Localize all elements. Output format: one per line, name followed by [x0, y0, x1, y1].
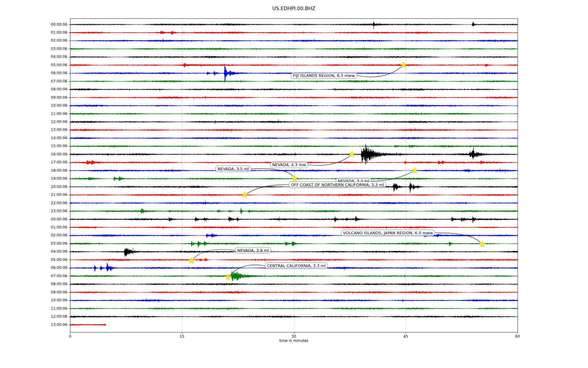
hour-label: 20:00:06	[0, 184, 67, 190]
hour-label: 15:00:06	[0, 144, 67, 149]
hour-label: 12:00:06	[0, 314, 67, 319]
hour-label: 17:00:06	[0, 160, 67, 165]
x-axis-label: time in minutes	[70, 339, 518, 343]
x-tick-label: 60	[508, 334, 527, 339]
x-tick-label: 30	[285, 334, 303, 339]
event-annotation-box: NEVADA, 4.3 mw	[270, 162, 308, 168]
hour-label: 00:00:06	[0, 217, 67, 222]
hour-label: 09:00:06	[0, 290, 67, 295]
hour-label: 21:00:06	[0, 192, 67, 197]
event-annotation-box: OFF COAST OF NORTHERN CALIFORNIA, 3.3 ml	[289, 182, 386, 188]
hour-label: 07:00:06	[0, 274, 67, 279]
hour-label: 14:00:06	[0, 136, 67, 141]
hour-label: 05:00:06	[0, 63, 67, 68]
hour-label: 13:00:06	[0, 127, 67, 132]
hour-label: 12:00:06	[0, 119, 67, 125]
hour-label: 23:00:06	[0, 209, 67, 214]
helicorder-figure: US.EDHPI.00.BHZ 00:00:0601:00:0602:00:06…	[0, 0, 588, 368]
hour-label: 04:00:06	[0, 54, 67, 59]
hour-label: 02:00:06	[0, 233, 67, 238]
hour-label: 10:00:06	[0, 298, 67, 303]
hour-label: 07:00:06	[0, 79, 67, 84]
hour-label: 01:00:06	[0, 225, 67, 230]
event-annotation-box: VOLCANO ISLANDS, JAPAN REGION, 6.0 mww	[341, 230, 435, 236]
hour-label: 22:00:06	[0, 201, 67, 206]
hour-label: 03:00:06	[0, 46, 67, 52]
hour-label: 19:00:06	[0, 176, 67, 181]
hour-label: 11:00:06	[0, 306, 67, 311]
hour-label: 01:00:06	[0, 30, 67, 35]
hour-label: 13:00:06	[0, 322, 67, 328]
event-annotation-box: CENTRAL CALIFORNIA, 3.3 ml	[265, 263, 328, 269]
x-tick-label: 15	[173, 334, 191, 339]
event-annotation-box: FIJI ISLANDS REGION, 6.3 mww	[291, 72, 357, 79]
event-annotation-box: NEVADA, 3.5 ml	[215, 166, 251, 172]
hour-label: 04:00:06	[0, 249, 67, 254]
hour-label: 00:00:06	[0, 22, 67, 27]
hour-label: 18:00:06	[0, 168, 67, 173]
hour-label: 08:00:06	[0, 87, 67, 92]
hour-label: 11:00:06	[0, 111, 67, 117]
hour-label: 09:00:06	[0, 95, 67, 100]
figure-title: US.EDHPI.00.BHZ	[70, 6, 518, 11]
x-tick-label: 45	[397, 334, 415, 339]
hour-label: 16:00:06	[0, 152, 67, 157]
x-tick-label: 0	[61, 334, 79, 339]
hour-label: 08:00:06	[0, 282, 67, 287]
hour-label: 03:00:06	[0, 241, 67, 246]
hour-label: 02:00:06	[0, 38, 67, 43]
event-annotation-box: NEVADA, 3.9 ml	[235, 247, 271, 254]
hour-label: 06:00:06	[0, 265, 67, 270]
hour-label: 06:00:06	[0, 71, 67, 76]
hour-label: 05:00:06	[0, 257, 67, 263]
hour-label: 10:00:06	[0, 103, 67, 108]
